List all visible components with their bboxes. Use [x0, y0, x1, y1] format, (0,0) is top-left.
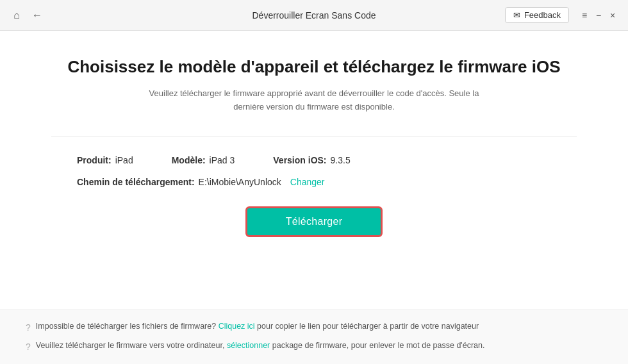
produit-label: Produit:: [77, 155, 112, 165]
minimize-button[interactable]: −: [593, 10, 604, 21]
path-row: Chemin de téléchargement: E:\iMobie\AnyU…: [77, 177, 551, 187]
nav-controls: ⌂ ←: [10, 9, 44, 22]
hint-1: ? Impossible de télécharger les fichiers…: [26, 320, 602, 335]
window-controls: ≡ − ×: [579, 10, 618, 21]
version-label: Version iOS:: [273, 155, 326, 165]
modele-value: iPad 3: [210, 155, 235, 165]
app-title: Déverrouiller Ecran Sans Code: [252, 10, 376, 21]
back-button[interactable]: ←: [31, 9, 44, 22]
hint2-icon: ?: [26, 340, 31, 354]
close-icon: ×: [610, 10, 615, 21]
page-title: Choisissez le modèle d'appareil et téléc…: [67, 56, 560, 78]
home-button[interactable]: ⌂: [10, 9, 23, 22]
feedback-label: Feedback: [524, 10, 561, 20]
main-content: Choisissez le modèle d'appareil et téléc…: [0, 31, 628, 256]
chemin-label: Chemin de téléchargement:: [77, 177, 195, 187]
device-info-row: Produit: iPad Modèle: iPad 3 Version iOS…: [77, 155, 551, 165]
window-actions: ✉ Feedback ≡ − ×: [505, 7, 618, 23]
home-icon: ⌂: [13, 10, 20, 21]
titlebar: ⌂ ← Déverrouiller Ecran Sans Code ✉ Feed…: [0, 0, 628, 31]
mail-icon: ✉: [513, 10, 520, 20]
menu-icon: ≡: [582, 10, 587, 21]
version-value: 9.3.5: [331, 155, 351, 165]
hints-section: ? Impossible de télécharger les fichiers…: [0, 310, 628, 364]
changer-link[interactable]: Changer: [290, 177, 325, 187]
hint1-link[interactable]: Cliquez ici: [219, 322, 255, 331]
hint1-text: Impossible de télécharger les fichiers d…: [36, 320, 479, 333]
back-icon: ←: [32, 10, 42, 21]
produit-value: iPad: [115, 155, 133, 165]
produit-item: Produit: iPad: [77, 155, 133, 165]
modele-label: Modèle:: [172, 155, 206, 165]
download-button[interactable]: Télécharger: [245, 206, 383, 237]
menu-button[interactable]: ≡: [579, 10, 590, 21]
version-item: Version iOS: 9.3.5: [273, 155, 350, 165]
feedback-button[interactable]: ✉ Feedback: [505, 7, 569, 23]
page-subtitle: Veuillez télécharger le firmware appropr…: [135, 87, 493, 114]
close-button[interactable]: ×: [607, 10, 618, 21]
hint2-link[interactable]: sélectionner: [227, 341, 270, 350]
hint2-text: Veuillez télécharger le firmware vers vo…: [36, 340, 485, 352]
minimize-icon: −: [596, 10, 601, 21]
hint-2: ? Veuillez télécharger le firmware vers …: [26, 340, 602, 354]
hint1-icon: ?: [26, 321, 31, 335]
divider: [51, 136, 577, 137]
chemin-value: E:\iMobie\AnyUnlock: [199, 177, 281, 187]
modele-item: Modèle: iPad 3: [172, 155, 235, 165]
